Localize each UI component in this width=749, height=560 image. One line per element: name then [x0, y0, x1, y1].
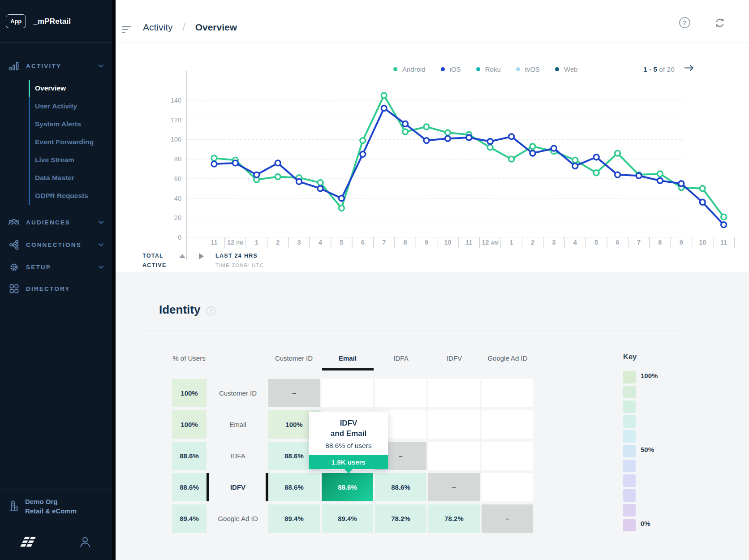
legend-item-roku[interactable]: Roku — [476, 65, 501, 73]
row-label-idfa[interactable]: IDFA — [207, 442, 268, 470]
matrix-cell[interactable]: – — [268, 379, 320, 407]
data-point[interactable] — [657, 171, 663, 177]
matrix-cell[interactable] — [482, 379, 533, 407]
activity-chart[interactable]: 0204060801001201401112 PM123456789101112… — [116, 43, 749, 272]
data-point[interactable] — [615, 151, 620, 156]
matrix-cell[interactable] — [428, 442, 480, 470]
data-point[interactable] — [530, 144, 535, 149]
data-point[interactable] — [657, 178, 663, 183]
data-point[interactable] — [573, 157, 578, 163]
metric-selector[interactable]: TOTAL ACTIVE — [142, 253, 185, 268]
data-point[interactable] — [594, 155, 599, 160]
sidebar-item-event-forwarding[interactable]: Event Forwarding — [35, 133, 111, 151]
matrix-cell[interactable] — [428, 379, 480, 407]
data-point[interactable] — [424, 124, 429, 129]
column-header-customer-id[interactable]: Customer ID — [275, 354, 313, 362]
data-point[interactable] — [700, 186, 705, 191]
data-point[interactable] — [721, 222, 727, 228]
matrix-cell[interactable] — [482, 473, 533, 501]
data-point[interactable] — [615, 172, 620, 177]
data-point[interactable] — [403, 121, 408, 126]
row-label-google-ad-id[interactable]: Google Ad ID — [207, 504, 268, 533]
data-point[interactable] — [297, 179, 302, 184]
matrix-cell[interactable] — [482, 410, 533, 439]
identity-help-icon[interactable]: ? — [207, 306, 215, 315]
matrix-cell[interactable] — [322, 379, 373, 407]
sidebar-section-connections[interactable]: CONNECTIONS — [0, 237, 112, 252]
matrix-cell[interactable]: 88.6% — [322, 473, 373, 501]
matrix-cell[interactable]: 88.6% — [268, 473, 320, 501]
matrix-cell[interactable]: 89.4% — [268, 504, 320, 533]
data-point[interactable] — [679, 181, 684, 186]
data-point[interactable] — [509, 156, 514, 162]
matrix-cell[interactable]: 78.2% — [428, 504, 480, 533]
column-header-email[interactable]: Email — [339, 354, 357, 362]
app-name[interactable]: _mPRetail — [33, 17, 71, 26]
data-point[interactable] — [254, 172, 259, 177]
sidebar-item-data-master[interactable]: Data Master — [35, 169, 111, 187]
sidebar-section-activity[interactable]: ACTIVITY — [0, 58, 112, 73]
matrix-cell[interactable]: 88.6% — [375, 473, 426, 501]
filter-lines-icon[interactable] — [122, 26, 132, 35]
data-point[interactable] — [487, 139, 493, 144]
data-point[interactable] — [275, 174, 280, 179]
matrix-cell[interactable] — [482, 442, 533, 470]
data-point[interactable] — [445, 130, 450, 135]
sidebar-item-gdpr-requests[interactable]: GDPR Requests — [35, 187, 111, 205]
org-switcher[interactable]: Demo Org Retail & eComm — [0, 488, 112, 524]
data-point[interactable] — [381, 105, 387, 111]
legend-item-tvos[interactable]: tvOS — [516, 65, 540, 73]
refresh-button[interactable] — [714, 17, 727, 30]
data-point[interactable] — [275, 160, 280, 166]
breadcrumb-activity[interactable]: Activity — [143, 22, 173, 33]
sidebar-item-live-stream[interactable]: Live Stream — [35, 151, 111, 169]
help-button[interactable]: ? — [679, 17, 693, 30]
sidebar-item-user-activity[interactable]: User Activity — [35, 97, 111, 115]
data-point[interactable] — [445, 136, 450, 141]
sort-up-icon[interactable] — [179, 254, 185, 258]
legend-item-android[interactable]: Android — [393, 65, 426, 73]
data-point[interactable] — [318, 180, 323, 185]
next-page-arrow-icon[interactable] — [684, 65, 694, 73]
data-point[interactable] — [700, 199, 705, 205]
user-account-button[interactable] — [58, 524, 112, 560]
data-point[interactable] — [339, 196, 344, 201]
legend-item-web[interactable]: Web — [555, 65, 578, 73]
data-point[interactable] — [487, 145, 493, 150]
column-header-idfv[interactable]: IDFV — [447, 354, 462, 362]
data-point[interactable] — [551, 146, 556, 151]
matrix-cell[interactable]: – — [428, 473, 480, 501]
matrix-cell[interactable]: 89.4% — [322, 504, 373, 533]
sidebar-item-system-alerts[interactable]: System Alerts — [35, 115, 111, 133]
data-point[interactable] — [360, 138, 366, 143]
row-label-idfv[interactable]: IDFV — [207, 473, 268, 501]
matrix-cell[interactable] — [428, 410, 480, 439]
data-point[interactable] — [318, 186, 323, 191]
data-point[interactable] — [424, 138, 429, 143]
period-label[interactable]: LAST 24 HRS — [215, 253, 264, 259]
sidebar-item-overview[interactable]: Overview — [35, 79, 111, 97]
sidebar-section-setup[interactable]: SETUP — [0, 259, 112, 275]
play-icon[interactable] — [199, 253, 204, 259]
data-point[interactable] — [509, 134, 514, 139]
data-point[interactable] — [339, 205, 344, 211]
data-point[interactable] — [211, 155, 217, 161]
legend-item-ios[interactable]: iOS — [441, 65, 461, 73]
mparticle-logo-button[interactable] — [0, 524, 58, 560]
data-point[interactable] — [594, 170, 599, 176]
matrix-cell[interactable] — [375, 379, 426, 407]
data-point[interactable] — [360, 151, 366, 157]
sidebar-section-directory[interactable]: DIRECTORY — [0, 281, 112, 296]
data-point[interactable] — [232, 160, 238, 166]
sidebar-section-audiences[interactable]: AUDIENCES — [0, 215, 112, 230]
matrix-cell[interactable]: 78.2% — [375, 504, 426, 533]
column-header-google-ad-id[interactable]: Google Ad ID — [487, 354, 527, 362]
data-point[interactable] — [466, 135, 472, 140]
data-point[interactable] — [403, 129, 408, 134]
matrix-cell[interactable]: – — [482, 504, 533, 533]
column-header-idfa[interactable]: IDFA — [393, 354, 408, 362]
data-point[interactable] — [530, 151, 535, 156]
row-label-email[interactable]: Email — [207, 410, 268, 439]
data-point[interactable] — [381, 93, 387, 98]
data-point[interactable] — [721, 214, 727, 220]
